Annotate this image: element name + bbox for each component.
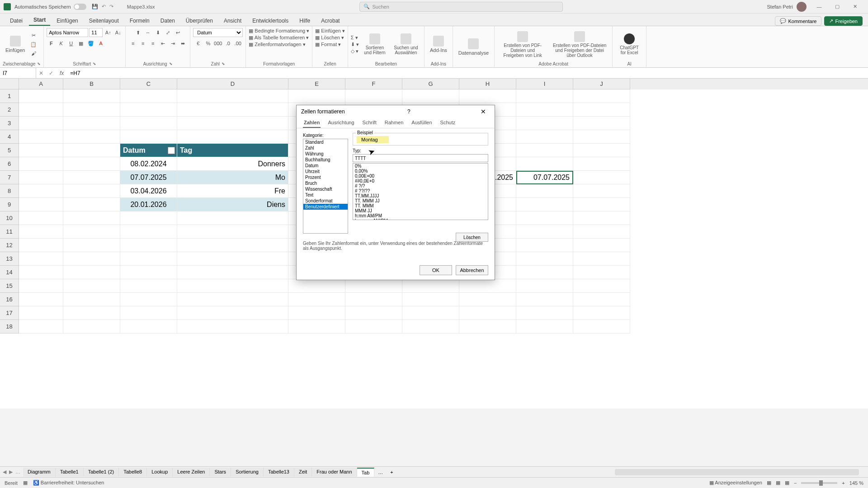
delete-cells-button[interactable]: ▦ Löschen ▾ <box>315 35 344 41</box>
row-header[interactable]: 10 <box>0 211 19 225</box>
cell[interactable] <box>516 293 573 306</box>
sheet-tab[interactable]: Leere Zeilen <box>173 468 210 477</box>
format-item[interactable]: MMM JJ <box>353 208 488 213</box>
tab-formeln[interactable]: Formeln <box>125 16 154 26</box>
category-item[interactable]: Währung <box>303 151 348 157</box>
cell[interactable] <box>19 171 63 184</box>
cell[interactable] <box>120 211 177 225</box>
cell[interactable] <box>19 157 63 171</box>
cell[interactable] <box>19 184 63 198</box>
increase-decimal-icon[interactable]: .0 <box>223 39 232 48</box>
cell[interactable] <box>19 239 63 252</box>
cell[interactable] <box>120 103 177 117</box>
format-list[interactable]: 0%0,00%0,00E+00##0,0E+0# ?/?# ??/??TT.MM… <box>353 163 488 220</box>
more-sheets-icon[interactable]: … <box>15 469 20 475</box>
row-header[interactable]: 12 <box>0 239 19 252</box>
cell[interactable] <box>516 117 573 130</box>
format-item[interactable]: TT. MMM JJ <box>353 198 488 203</box>
save-icon[interactable]: 💾 <box>92 4 98 9</box>
cond-format-button[interactable]: ▦ Bedingte Formatierung ▾ <box>249 28 309 34</box>
cell[interactable] <box>177 117 288 130</box>
formula-input[interactable]: =H7 <box>67 70 868 76</box>
name-box[interactable]: I7 <box>0 68 36 78</box>
sheet-tab[interactable]: Sortierung <box>231 468 264 477</box>
cell[interactable] <box>573 211 630 225</box>
row-header[interactable]: 6 <box>0 157 19 171</box>
tab-datei[interactable]: Datei <box>5 16 27 26</box>
cell[interactable] <box>573 89 630 103</box>
cell[interactable] <box>573 184 630 198</box>
cell[interactable] <box>573 157 630 171</box>
category-item[interactable]: Sonderformat <box>303 198 348 204</box>
fx-icon[interactable]: fx <box>56 70 67 76</box>
cell[interactable] <box>120 320 177 333</box>
cell[interactable]: 07.07.2025 <box>120 171 177 184</box>
user-account[interactable]: Stefan Petri <box>767 2 807 12</box>
cell[interactable] <box>19 130 63 144</box>
cell[interactable] <box>288 320 345 333</box>
launcher-icon[interactable]: ⬊ <box>37 61 41 66</box>
cell[interactable] <box>459 89 516 103</box>
cell[interactable] <box>516 306 573 320</box>
sheet-tab[interactable]: Lookup <box>147 468 173 477</box>
help-icon[interactable]: ? <box>407 108 410 115</box>
cell[interactable] <box>573 130 630 144</box>
cell[interactable] <box>177 130 288 144</box>
cell[interactable] <box>19 198 63 211</box>
more-icon[interactable]: … <box>374 469 387 475</box>
format-item[interactable]: 0% <box>353 164 488 169</box>
decrease-font-icon[interactable]: A↓ <box>113 28 123 37</box>
cell[interactable] <box>402 320 459 333</box>
cell[interactable] <box>120 225 177 239</box>
category-list[interactable]: StandardZahlWährungBuchhaltungDatumUhrze… <box>303 139 348 234</box>
cell[interactable] <box>63 320 120 333</box>
tab-acrobat[interactable]: Acrobat <box>316 16 344 26</box>
dialog-tab-ausfuellen[interactable]: Ausfüllen <box>410 118 433 128</box>
row-header[interactable]: 2 <box>0 103 19 117</box>
zoom-level[interactable]: 145 % <box>849 480 863 486</box>
cell[interactable] <box>573 117 630 130</box>
cell[interactable] <box>516 225 573 239</box>
format-item[interactable]: # ?/? <box>353 183 488 188</box>
cell[interactable] <box>177 279 288 293</box>
new-sheet-icon[interactable]: + <box>387 469 396 475</box>
currency-icon[interactable]: € <box>193 39 203 48</box>
cell[interactable] <box>177 293 288 306</box>
cell[interactable] <box>459 306 516 320</box>
cell[interactable] <box>120 117 177 130</box>
cell[interactable] <box>402 89 459 103</box>
cell[interactable] <box>573 144 630 157</box>
share-button[interactable]: ↗ Freigeben <box>824 16 863 26</box>
wrap-text-icon[interactable]: ↩ <box>173 28 182 37</box>
delete-format-button[interactable]: Löschen <box>456 233 488 242</box>
cell[interactable] <box>177 211 288 225</box>
cell[interactable] <box>345 293 402 306</box>
cell[interactable] <box>288 89 345 103</box>
row-header[interactable]: 15 <box>0 279 19 293</box>
column-header[interactable]: C <box>120 79 177 89</box>
cell[interactable] <box>177 89 288 103</box>
tab-hilfe[interactable]: Hilfe <box>295 16 315 26</box>
cell[interactable] <box>120 239 177 252</box>
cell[interactable] <box>459 320 516 333</box>
cell[interactable] <box>19 266 63 279</box>
minimize-icon[interactable]: — <box>810 0 828 13</box>
row-header[interactable]: 17 <box>0 306 19 320</box>
prev-sheet-icon[interactable]: ◀ <box>3 469 6 475</box>
ok-button[interactable]: OK <box>420 265 452 275</box>
autosave-toggle[interactable]: Automatisches Speichern <box>14 4 86 10</box>
tab-einfuegen[interactable]: Einfügen <box>52 16 82 26</box>
cell[interactable] <box>516 266 573 279</box>
border-icon[interactable]: ▦ <box>76 39 85 48</box>
category-item[interactable]: Datum <box>303 163 348 169</box>
row-header[interactable]: 3 <box>0 117 19 130</box>
dialog-tab-rahmen[interactable]: Rahmen <box>384 118 405 128</box>
sheet-tab[interactable]: Zeit <box>294 468 312 477</box>
category-item[interactable]: Wissenschaft <box>303 186 348 192</box>
cell[interactable] <box>288 293 345 306</box>
column-header[interactable]: I <box>516 79 573 89</box>
fill-color-icon[interactable]: 🪣 <box>86 39 95 48</box>
autosum-icon[interactable]: Σ ▾ <box>351 35 359 41</box>
cell[interactable] <box>288 279 345 293</box>
sort-filter-button[interactable]: Sortieren und Filtern <box>361 33 389 56</box>
